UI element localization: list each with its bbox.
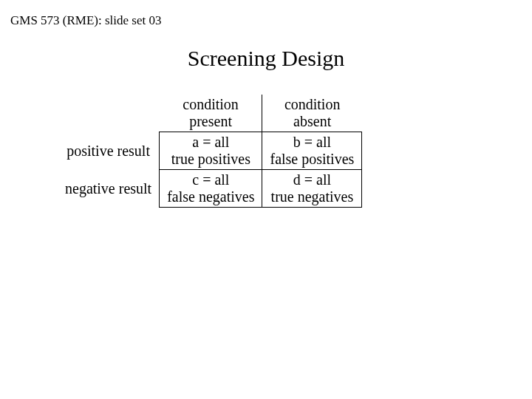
slide-header-label: GMS 573 (RME): slide set 03 [10,13,161,28]
slide-title: Screening Design [0,46,532,71]
header-spacer [58,95,160,132]
cell-true-negatives: d = all true negatives [262,170,362,208]
contingency-table: condition present condition absent posit… [58,95,362,208]
cell-text: false positives [270,151,354,167]
col-header-text: condition [183,96,239,112]
col-header-condition-absent: condition absent [262,95,362,132]
table-header-row: condition present condition absent [58,95,362,132]
cell-false-positives: b = all false positives [262,132,362,170]
col-header-text: present [189,113,232,129]
col-header-condition-present: condition present [160,95,262,132]
table-row: positive result a = all true positives b… [58,132,362,170]
slide: { "header": { "label": "GMS 573 (RME): s… [0,0,532,399]
cell-text: false negatives [167,188,254,205]
row-label-negative-result: negative result [58,170,160,208]
cell-text: true negatives [271,188,354,205]
cell-text: b = all [293,134,331,150]
cell-false-negatives: c = all false negatives [160,170,262,208]
cell-text: true positives [171,151,250,167]
cell-text: a = all [192,134,229,150]
table: condition present condition absent posit… [58,95,362,208]
cell-true-positives: a = all true positives [160,132,262,170]
table-row: negative result c = all false negatives … [58,170,362,208]
row-label-positive-result: positive result [58,132,160,170]
col-header-text: condition [284,96,341,112]
col-header-text: absent [293,113,331,129]
cell-text: c = all [192,171,229,188]
cell-text: d = all [293,171,331,188]
